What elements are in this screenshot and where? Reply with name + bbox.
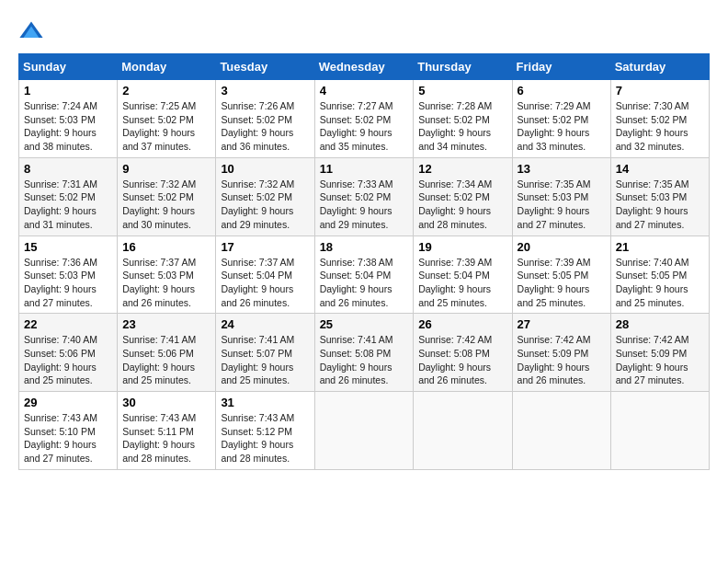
- day-info: Sunrise: 7:32 AMSunset: 5:02 PMDaylight:…: [122, 178, 210, 232]
- calendar-cell: 2Sunrise: 7:25 AMSunset: 5:02 PMDaylight…: [118, 80, 216, 158]
- day-number: 18: [320, 240, 409, 254]
- calendar-cell: 3Sunrise: 7:26 AMSunset: 5:02 PMDaylight…: [216, 80, 314, 158]
- day-info: Sunrise: 7:34 AMSunset: 5:02 PMDaylight:…: [418, 178, 506, 232]
- day-number: 3: [221, 84, 309, 98]
- calendar-cell: 22Sunrise: 7:40 AMSunset: 5:06 PMDayligh…: [19, 314, 118, 392]
- calendar-cell: 28Sunrise: 7:42 AMSunset: 5:09 PMDayligh…: [610, 314, 709, 392]
- day-info: Sunrise: 7:41 AMSunset: 5:07 PMDaylight:…: [221, 333, 309, 387]
- day-number: 27: [518, 317, 606, 331]
- calendar-cell: 19Sunrise: 7:39 AMSunset: 5:04 PMDayligh…: [414, 236, 512, 314]
- calendar-cell: 9Sunrise: 7:32 AMSunset: 5:02 PMDaylight…: [118, 157, 216, 236]
- calendar-cell: 25Sunrise: 7:41 AMSunset: 5:08 PMDayligh…: [314, 314, 414, 392]
- day-info: Sunrise: 7:27 AMSunset: 5:02 PMDaylight:…: [320, 99, 409, 154]
- day-number: 26: [418, 317, 506, 331]
- day-info: Sunrise: 7:41 AMSunset: 5:06 PMDaylight:…: [122, 333, 210, 387]
- calendar-cell: 1Sunrise: 7:24 AMSunset: 5:03 PMDaylight…: [19, 80, 118, 158]
- day-info: Sunrise: 7:26 AMSunset: 5:02 PMDaylight:…: [221, 99, 309, 154]
- calendar-cell: 14Sunrise: 7:35 AMSunset: 5:03 PMDayligh…: [610, 157, 709, 236]
- day-info: Sunrise: 7:41 AMSunset: 5:08 PMDaylight:…: [320, 333, 409, 387]
- calendar-cell: 21Sunrise: 7:40 AMSunset: 5:05 PMDayligh…: [610, 236, 709, 314]
- calendar-week-4: 22Sunrise: 7:40 AMSunset: 5:06 PMDayligh…: [19, 314, 710, 392]
- day-info: Sunrise: 7:24 AMSunset: 5:03 PMDaylight:…: [24, 99, 112, 154]
- calendar-cell: 18Sunrise: 7:38 AMSunset: 5:04 PMDayligh…: [314, 236, 414, 314]
- day-number: 4: [320, 84, 409, 98]
- calendar-cell: 30Sunrise: 7:43 AMSunset: 5:11 PMDayligh…: [118, 392, 216, 470]
- calendar-cell: 20Sunrise: 7:39 AMSunset: 5:05 PMDayligh…: [512, 236, 610, 314]
- day-number: 5: [418, 84, 506, 98]
- calendar-header-thursday: Thursday: [414, 54, 512, 80]
- day-info: Sunrise: 7:32 AMSunset: 5:02 PMDaylight:…: [221, 178, 309, 232]
- day-info: Sunrise: 7:43 AMSunset: 5:11 PMDaylight:…: [122, 411, 210, 465]
- calendar-week-1: 1Sunrise: 7:24 AMSunset: 5:03 PMDaylight…: [19, 80, 710, 158]
- day-info: Sunrise: 7:43 AMSunset: 5:12 PMDaylight:…: [221, 411, 309, 465]
- day-info: Sunrise: 7:37 AMSunset: 5:03 PMDaylight:…: [122, 256, 210, 310]
- day-info: Sunrise: 7:40 AMSunset: 5:05 PMDaylight:…: [616, 256, 704, 310]
- day-number: 20: [518, 240, 606, 254]
- day-number: 24: [221, 317, 309, 331]
- day-number: 8: [24, 162, 112, 176]
- calendar-header-tuesday: Tuesday: [216, 54, 314, 80]
- day-number: 21: [616, 240, 704, 254]
- day-number: 16: [122, 240, 210, 254]
- day-number: 29: [24, 396, 112, 409]
- day-number: 10: [221, 162, 309, 176]
- calendar-cell: 24Sunrise: 7:41 AMSunset: 5:07 PMDayligh…: [216, 314, 314, 392]
- day-number: 11: [320, 162, 409, 176]
- logo-icon: [18, 18, 44, 44]
- day-number: 31: [221, 396, 309, 409]
- calendar-cell: 10Sunrise: 7:32 AMSunset: 5:02 PMDayligh…: [216, 157, 314, 236]
- day-number: 13: [518, 162, 606, 176]
- calendar-cell: 26Sunrise: 7:42 AMSunset: 5:08 PMDayligh…: [414, 314, 512, 392]
- day-number: 2: [122, 84, 210, 98]
- calendar-cell: 12Sunrise: 7:34 AMSunset: 5:02 PMDayligh…: [414, 157, 512, 236]
- calendar-cell: [610, 392, 709, 470]
- calendar-header-row: SundayMondayTuesdayWednesdayThursdayFrid…: [19, 54, 710, 80]
- day-info: Sunrise: 7:37 AMSunset: 5:04 PMDaylight:…: [221, 256, 309, 310]
- day-info: Sunrise: 7:42 AMSunset: 5:08 PMDaylight:…: [418, 333, 506, 387]
- calendar-cell: 16Sunrise: 7:37 AMSunset: 5:03 PMDayligh…: [118, 236, 216, 314]
- day-number: 15: [24, 240, 112, 254]
- day-info: Sunrise: 7:39 AMSunset: 5:05 PMDaylight:…: [518, 256, 606, 310]
- calendar-header-wednesday: Wednesday: [314, 54, 414, 80]
- calendar-cell: 4Sunrise: 7:27 AMSunset: 5:02 PMDaylight…: [314, 80, 414, 158]
- calendar-header-friday: Friday: [512, 54, 610, 80]
- day-info: Sunrise: 7:29 AMSunset: 5:02 PMDaylight:…: [518, 99, 606, 154]
- calendar-cell: [314, 392, 414, 470]
- day-info: Sunrise: 7:35 AMSunset: 5:03 PMDaylight:…: [518, 178, 606, 232]
- calendar-week-5: 29Sunrise: 7:43 AMSunset: 5:10 PMDayligh…: [19, 392, 710, 470]
- day-info: Sunrise: 7:43 AMSunset: 5:10 PMDaylight:…: [24, 411, 112, 465]
- day-number: 7: [616, 84, 704, 98]
- calendar-header-monday: Monday: [118, 54, 216, 80]
- day-number: 14: [616, 162, 704, 176]
- page-header: [18, 18, 710, 44]
- day-number: 1: [24, 84, 112, 98]
- calendar-cell: 13Sunrise: 7:35 AMSunset: 5:03 PMDayligh…: [512, 157, 610, 236]
- calendar-cell: 8Sunrise: 7:31 AMSunset: 5:02 PMDaylight…: [19, 157, 118, 236]
- day-number: 28: [616, 317, 704, 331]
- calendar-cell: [414, 392, 512, 470]
- calendar-cell: 31Sunrise: 7:43 AMSunset: 5:12 PMDayligh…: [216, 392, 314, 470]
- calendar-cell: 5Sunrise: 7:28 AMSunset: 5:02 PMDaylight…: [414, 80, 512, 158]
- day-number: 22: [24, 317, 112, 331]
- day-number: 30: [122, 396, 210, 409]
- day-number: 19: [418, 240, 506, 254]
- day-info: Sunrise: 7:28 AMSunset: 5:02 PMDaylight:…: [418, 99, 506, 154]
- day-info: Sunrise: 7:38 AMSunset: 5:04 PMDaylight:…: [320, 256, 409, 310]
- calendar-header-saturday: Saturday: [610, 54, 709, 80]
- day-number: 23: [122, 317, 210, 331]
- day-info: Sunrise: 7:30 AMSunset: 5:02 PMDaylight:…: [616, 99, 704, 154]
- day-info: Sunrise: 7:40 AMSunset: 5:06 PMDaylight:…: [24, 333, 112, 387]
- day-number: 25: [320, 317, 409, 331]
- day-number: 12: [418, 162, 506, 176]
- day-info: Sunrise: 7:42 AMSunset: 5:09 PMDaylight:…: [616, 333, 704, 387]
- calendar-week-2: 8Sunrise: 7:31 AMSunset: 5:02 PMDaylight…: [19, 157, 710, 236]
- day-number: 9: [122, 162, 210, 176]
- calendar-week-3: 15Sunrise: 7:36 AMSunset: 5:03 PMDayligh…: [19, 236, 710, 314]
- calendar-cell: 17Sunrise: 7:37 AMSunset: 5:04 PMDayligh…: [216, 236, 314, 314]
- day-number: 6: [518, 84, 606, 98]
- calendar-table: SundayMondayTuesdayWednesdayThursdayFrid…: [18, 53, 710, 470]
- calendar-cell: 27Sunrise: 7:42 AMSunset: 5:09 PMDayligh…: [512, 314, 610, 392]
- day-info: Sunrise: 7:39 AMSunset: 5:04 PMDaylight:…: [418, 256, 506, 310]
- calendar-cell: 15Sunrise: 7:36 AMSunset: 5:03 PMDayligh…: [19, 236, 118, 314]
- day-info: Sunrise: 7:42 AMSunset: 5:09 PMDaylight:…: [518, 333, 606, 387]
